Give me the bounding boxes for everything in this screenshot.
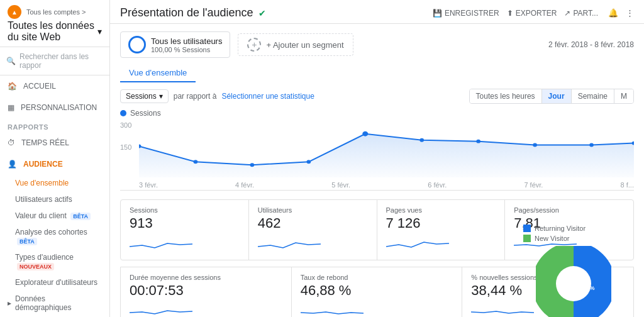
select-stat-link[interactable]: Sélectionner une statistique <box>221 92 314 101</box>
chart-area: Sessions 300 150 <box>120 109 634 191</box>
main-content: Présentation de l'audience ✔ 💾 ENREGISTR… <box>110 0 644 317</box>
clock-icon: ⏱ <box>8 138 15 147</box>
chevron-down-icon: ▾ <box>159 92 163 101</box>
segment-chip[interactable]: Tous les utilisateurs 100,00 % Sessions <box>120 31 230 58</box>
share-icon: ↗ <box>564 9 570 18</box>
metric-select[interactable]: Sessions ▾ <box>120 89 169 103</box>
sparkline-duree <box>130 301 192 317</box>
segment-circle <box>128 36 146 53</box>
svg-point-4 <box>306 160 311 164</box>
beta-badge-cohortes: BÊTA <box>17 238 37 245</box>
bell-icon[interactable]: 🔔 <box>608 8 618 18</box>
segment-bar: Tous les utilisateurs 100,00 % Sessions … <box>120 31 634 58</box>
sidebar-item-accueil[interactable]: 🏠 ACCUEIL <box>0 75 109 97</box>
topbar: Présentation de l'audience ✔ 💾 ENREGISTR… <box>110 0 644 24</box>
top-icons: 🔔 ⋮ <box>608 8 634 18</box>
sidebar-sub-analyse-cohortes[interactable]: Analyse des cohortes BÊTA <box>0 224 109 249</box>
sidebar-sub-explorateur[interactable]: Explorateur d'utilisateurs <box>0 274 109 291</box>
svg-point-9 <box>589 143 594 147</box>
chart-dot-sessions <box>120 110 126 116</box>
pie-legend: Returning Visitor New Visitor <box>523 225 624 242</box>
sparkline-utilisateurs <box>258 234 321 253</box>
sparkline-sessions <box>130 234 192 253</box>
time-btn-m[interactable]: M <box>614 89 633 103</box>
svg-point-2 <box>194 160 198 164</box>
save-icon: 💾 <box>433 9 442 18</box>
chart-controls: Sessions ▾ par rapport à Sélectionner un… <box>120 89 634 104</box>
time-buttons: Toutes les heures Jour Semaine M <box>469 89 634 104</box>
svg-point-6 <box>419 138 424 142</box>
tab-vue-ensemble[interactable]: Vue d'ensemble <box>120 64 196 82</box>
sparkline-pages-vues <box>386 234 449 253</box>
stat-sessions: Sessions 913 <box>121 200 249 260</box>
pie-legend-new: New Visitor <box>523 235 624 242</box>
pie-svg: 38,4% 61,6% <box>536 246 611 317</box>
time-btn-jour[interactable]: Jour <box>542 89 572 103</box>
stat-duree: Durée moyenne des sessions 00:07:53 <box>121 267 292 317</box>
chart-svg <box>139 121 634 177</box>
sidebar-item-personnalisation[interactable]: ▦ PERSONNALISATION <box>0 97 109 118</box>
content-area: Tous les utilisateurs 100,00 % Sessions … <box>110 24 644 317</box>
arrow-icon: ▸ <box>8 299 11 308</box>
new-dot <box>523 235 531 242</box>
export-button[interactable]: ⬆ EXPORTER <box>507 9 557 18</box>
segment-info: Tous les utilisateurs 100,00 % Sessions <box>151 36 222 53</box>
pie-legend-returning: Returning Visitor <box>523 225 624 232</box>
sidebar-sub-types-audience[interactable]: Types d'audience NOUVEAUX <box>0 249 109 274</box>
search-bar[interactable]: 🔍 Rechercher dans les rappor <box>0 47 109 75</box>
chart-y-label-300: 300 <box>120 121 131 129</box>
chart-legend: Sessions <box>120 109 634 118</box>
svg-text:38,4%: 38,4% <box>562 275 579 282</box>
svg-point-13 <box>556 266 591 301</box>
sidebar-sub-donnees-demo[interactable]: ▸ Données démographiques <box>0 291 109 316</box>
sidebar-item-audience[interactable]: 👤 AUDIENCE <box>0 153 109 175</box>
sidebar-sub-valeur-client[interactable]: Valeur du client BÊTA <box>0 208 109 224</box>
sidebar-sub-utilisateurs-actifs[interactable]: Utilisateurs actifs <box>0 191 109 208</box>
pie-chart-area: Returning Visitor New Visitor <box>523 225 624 317</box>
svg-point-3 <box>250 163 255 167</box>
returning-dot <box>523 225 531 232</box>
new-badge-types: NOUVEAUX <box>17 263 54 270</box>
pie-chart: 38,4% 61,6% <box>536 246 611 317</box>
ga-logo: ▲ <box>8 5 21 19</box>
breadcrumb: ▲ Tous les comptes > <box>8 5 102 19</box>
sidebar: ▲ Tous les comptes > Toutes les données … <box>0 0 110 317</box>
verified-icon: ✔ <box>258 8 266 18</box>
save-button[interactable]: 💾 ENREGISTRER <box>433 9 499 18</box>
time-btn-semaine[interactable]: Semaine <box>572 89 614 103</box>
svg-marker-0 <box>139 134 634 177</box>
sidebar-item-temps-reel[interactable]: ⏱ TEMPS RÉEL <box>0 132 109 153</box>
account-title[interactable]: Toutes les données du site Web ▾ <box>8 20 102 43</box>
time-btn-all[interactable]: Toutes les heures <box>470 89 542 103</box>
svg-point-7 <box>476 140 480 143</box>
stat-pages-vues: Pages vues 7 126 <box>377 200 506 260</box>
export-icon: ⬆ <box>507 9 513 18</box>
sidebar-header: ▲ Tous les comptes > Toutes les données … <box>0 0 109 47</box>
home-icon: 🏠 <box>8 82 17 91</box>
page-title: Présentation de l'audience ✔ <box>120 6 266 19</box>
sidebar-sub-vue-ensemble[interactable]: Vue d'ensemble <box>0 175 109 191</box>
share-button[interactable]: ↗ PART... <box>564 9 598 18</box>
more-dots-icon[interactable]: ⋮ <box>626 8 634 18</box>
grid-icon: ▦ <box>8 103 14 112</box>
chevron-down-icon: ▾ <box>97 26 102 36</box>
sparkline-rebond <box>301 301 364 317</box>
svg-point-8 <box>533 143 537 147</box>
person-icon: 👤 <box>8 160 17 169</box>
add-segment-circle: + <box>247 38 261 52</box>
add-segment-button[interactable]: + + Ajouter un segment <box>238 33 353 56</box>
date-range: 2 févr. 2018 - 8 févr. 2018 <box>548 40 634 49</box>
rapports-section-label: Rapports <box>0 118 109 132</box>
chart-y-label-150: 150 <box>120 143 131 151</box>
chart-x-labels: 3 févr. 4 févr. 5 févr. 6 févr. 7 févr. … <box>139 181 634 189</box>
lower-section: Sessions 913 Utilisateurs 462 <box>120 199 634 317</box>
svg-text:61,6%: 61,6% <box>579 285 595 291</box>
stat-utilisateurs: Utilisateurs 462 <box>249 200 377 260</box>
tab-bar: Vue d'ensemble <box>120 64 634 82</box>
svg-point-5 <box>362 131 368 136</box>
stat-rebond: Taux de rebond 46,88 % <box>292 267 463 317</box>
search-icon: 🔍 <box>6 57 16 65</box>
beta-badge-valeur: BÊTA <box>70 213 91 220</box>
topbar-actions: 💾 ENREGISTRER ⬆ EXPORTER ↗ PART... <box>433 9 598 18</box>
